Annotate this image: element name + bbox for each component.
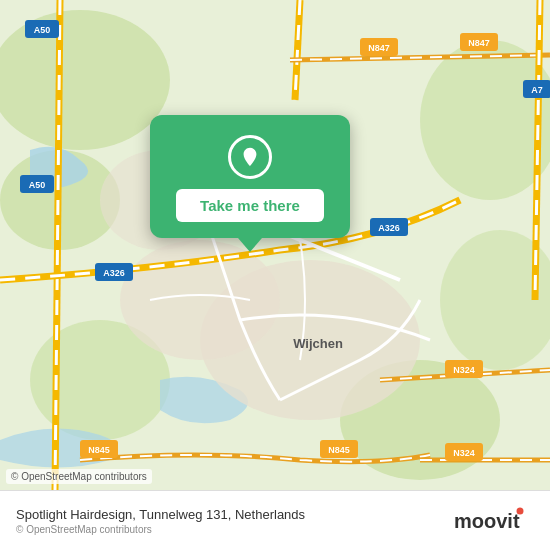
osm-text: © OpenStreetMap contributors	[11, 471, 147, 482]
take-me-there-button[interactable]: Take me there	[176, 189, 324, 222]
footer-osm: © OpenStreetMap contributors	[16, 524, 305, 535]
location-address: Spotlight Hairdesign, Tunnelweg 131, Net…	[16, 507, 305, 522]
osm-attribution: © OpenStreetMap contributors	[6, 469, 152, 484]
svg-text:N324: N324	[453, 448, 475, 458]
svg-text:N845: N845	[328, 445, 350, 455]
svg-text:moovit: moovit	[454, 510, 520, 532]
pin-icon	[228, 135, 272, 179]
footer: Spotlight Hairdesign, Tunnelweg 131, Net…	[0, 490, 550, 550]
svg-text:A50: A50	[34, 25, 51, 35]
svg-text:A326: A326	[378, 223, 400, 233]
map-svg: A50 A50 N847 N847 A326 A326 A7 N845 N845…	[0, 0, 550, 490]
svg-text:A7: A7	[531, 85, 543, 95]
svg-point-35	[517, 507, 524, 514]
svg-text:A326: A326	[103, 268, 125, 278]
map-container: A50 A50 N847 N847 A326 A326 A7 N845 N845…	[0, 0, 550, 490]
svg-text:A50: A50	[29, 180, 46, 190]
svg-text:N845: N845	[88, 445, 110, 455]
svg-text:N324: N324	[453, 365, 475, 375]
svg-text:N847: N847	[468, 38, 490, 48]
moovit-logo: moovit	[454, 506, 534, 536]
svg-text:Wijchen: Wijchen	[293, 336, 343, 351]
location-pin-icon	[239, 146, 261, 168]
popup-card: Take me there	[150, 115, 350, 238]
svg-text:N847: N847	[368, 43, 390, 53]
footer-info: Spotlight Hairdesign, Tunnelweg 131, Net…	[16, 507, 305, 535]
moovit-logo-svg: moovit	[454, 506, 534, 536]
